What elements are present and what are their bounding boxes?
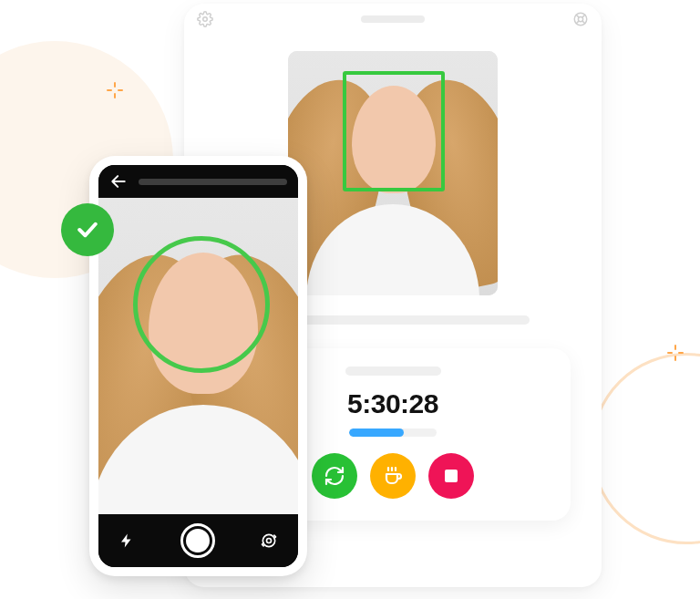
placeholder-line — [139, 179, 287, 185]
svg-point-8 — [203, 17, 208, 22]
svg-line-14 — [582, 21, 585, 24]
face-detection-circle — [133, 236, 270, 373]
tablet-topbar — [184, 4, 602, 35]
shutter-button[interactable] — [180, 523, 215, 558]
svg-point-20 — [262, 534, 274, 546]
camera-viewfinder — [98, 198, 298, 514]
svg-rect-18 — [445, 470, 458, 482]
stop-button[interactable] — [428, 453, 474, 499]
coffee-cup-icon — [382, 465, 404, 487]
phone-topbar — [98, 165, 298, 198]
start-button[interactable] — [312, 453, 357, 499]
timer-progress — [349, 429, 437, 437]
verification-success-badge — [61, 203, 114, 256]
svg-point-21 — [267, 539, 272, 543]
arrow-left-icon[interactable] — [109, 172, 128, 191]
placeholder-line — [345, 367, 441, 376]
timer-progress-fill — [349, 429, 404, 437]
flash-icon[interactable] — [118, 532, 135, 549]
face-detection-box — [343, 71, 445, 191]
break-button[interactable] — [370, 453, 416, 499]
gear-icon[interactable] — [197, 11, 213, 27]
sparkle-icon — [107, 82, 123, 98]
sparkle-icon — [667, 345, 684, 361]
phone-device — [89, 156, 307, 576]
svg-line-13 — [576, 21, 579, 24]
decorative-ring-right — [591, 353, 700, 544]
svg-line-11 — [576, 15, 579, 17]
verification-photo — [288, 51, 498, 295]
check-icon — [74, 216, 101, 243]
help-icon[interactable] — [572, 11, 589, 27]
svg-point-10 — [578, 16, 582, 21]
phone-bottombar — [98, 514, 298, 567]
svg-line-12 — [582, 15, 585, 17]
speaker-slot — [361, 15, 425, 23]
switch-camera-icon[interactable] — [260, 532, 278, 550]
stop-icon — [442, 467, 460, 485]
refresh-arrows-icon — [324, 465, 345, 487]
